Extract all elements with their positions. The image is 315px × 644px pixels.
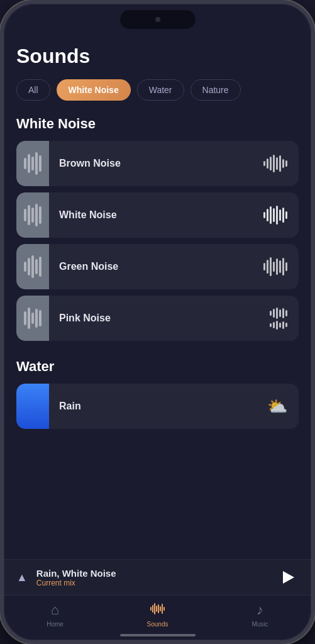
sound-name-brown-noise: Brown Noise [59,158,263,169]
nav-label-home: Home [47,621,64,628]
sound-thumb-pink [16,296,49,341]
nav-item-home[interactable]: ⌂ Home [4,602,106,628]
filter-tab-nature[interactable]: Nature [191,79,241,101]
filter-tab-all[interactable]: All [16,79,50,101]
sound-item-green-noise[interactable]: Green Noise [16,244,299,289]
svg-rect-4 [158,604,159,613]
sound-thumb-white [16,192,49,238]
expand-button[interactable]: ▲ [16,571,28,584]
sound-item-brown-noise[interactable]: Brown Noise [16,141,299,186]
now-playing-info: Rain, White Noise Current mix [36,568,267,587]
sound-item-rain[interactable]: Rain ⛅ [16,384,299,429]
notch [120,10,196,29]
play-triangle-icon [283,571,294,584]
home-indicator [120,634,196,636]
sound-thumb-rain [16,384,49,429]
svg-rect-7 [163,607,165,611]
music-icon: ♪ [257,602,263,618]
sound-thumb-green [16,244,49,289]
waveform-icon-white [263,206,287,225]
play-button[interactable] [276,566,299,589]
sound-item-white-noise[interactable]: White Noise [16,192,299,238]
sound-name-white-noise: White Noise [59,209,263,221]
sound-thumb-brown [16,141,49,186]
white-noise-list: Brown Noise [16,141,299,341]
svg-rect-6 [162,604,163,614]
nav-item-sounds[interactable]: Sounds [106,602,209,628]
now-playing-bar[interactable]: ▲ Rain, White Noise Current mix [4,559,311,595]
waveform-icon-brown [263,155,287,172]
sound-name-pink-noise: Pink Noise [59,313,270,324]
content-area: Sounds All White Noise Water Nature Whit… [4,38,311,559]
page-title: Sounds [16,45,299,68]
filter-tabs: All White Noise Water Nature [16,79,299,101]
water-list: Rain ⛅ [16,384,299,429]
nav-item-music[interactable]: ♪ Music [209,602,311,628]
section-title-white-noise: White Noise [16,116,299,132]
rain-cloud-icon: ⛅ [267,397,287,416]
svg-rect-3 [156,606,157,612]
now-playing-title: Rain, White Noise [36,568,267,579]
section-title-water: Water [16,358,299,375]
phone-frame: Sounds All White Noise Water Nature Whit… [0,0,315,644]
sound-name-green-noise: Green Noise [59,261,263,272]
svg-rect-5 [160,606,161,611]
nav-label-sounds: Sounds [147,621,169,628]
filter-tab-water[interactable]: Water [137,79,184,101]
svg-rect-2 [154,603,155,614]
screen: Sounds All White Noise Water Nature Whit… [4,4,311,640]
waveform-icon-pink [270,308,287,330]
waveform-icon-green [263,257,287,276]
svg-rect-1 [152,605,153,613]
filter-tab-white-noise[interactable]: White Noise [57,79,131,101]
svg-rect-0 [150,607,152,611]
waveform-nav-icon [150,602,165,618]
home-icon: ⌂ [51,602,59,618]
sound-name-rain: Rain [59,401,267,412]
sound-item-pink-noise[interactable]: Pink Noise [16,296,299,341]
nav-label-music: Music [251,621,268,628]
now-playing-subtitle: Current mix [36,579,267,587]
notch-dot [155,17,160,22]
